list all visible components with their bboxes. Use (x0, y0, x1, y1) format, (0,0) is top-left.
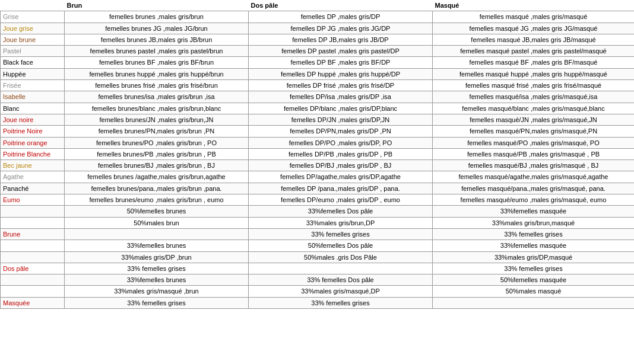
table-body: Grisefemelles brunes ,males gris/brunfem… (1, 11, 635, 309)
row-masque: femelles masqué ,males gris/masqué (433, 11, 635, 23)
table-row: Brune33% femelles grises33% femelles gri… (1, 228, 635, 240)
row-label: Masquée (1, 297, 65, 308)
row-label (1, 206, 65, 217)
row-brun: 33%males gris/masqué ,brun (65, 286, 249, 297)
row-brun: femelles brunes /agathe,males gris/brun,… (65, 171, 249, 183)
table-row: Huppéefemelles brunes huppé ,males gris … (1, 68, 635, 79)
row-dos: 33%males gris/brun,DP (249, 217, 433, 228)
table-row: Black facefemelles brunes BF ,males gris… (1, 57, 635, 68)
row-label: Joue noire (1, 114, 65, 125)
table-row: Joue brunefemelles brunes JB,males gris … (1, 34, 635, 45)
table-row: Grisefemelles brunes ,males gris/brunfem… (1, 11, 635, 23)
row-dos: 33% femelles grises (249, 297, 433, 308)
row-label: Poitrine Blanche (1, 148, 65, 159)
row-dos: femelles DP JG ,males gris JG/DP (249, 23, 433, 34)
row-brun: femelles brunes huppé ,males gris huppé/… (65, 68, 249, 79)
row-brun: femelles brunes pastel ,males gris paste… (65, 46, 249, 57)
row-brun: femelles brunes/BJ ,males gris/brun , BJ (65, 160, 249, 171)
table-row: 33%males gris/DP ,brun50%males .gris Dos… (1, 251, 635, 263)
row-dos: femelles DP JB,males gris JB/DP (249, 34, 433, 45)
row-masque: 50%femelles masquée (433, 274, 635, 286)
row-brun: femelles brunes BF ,males gris BF/brun (65, 57, 249, 68)
row-dos: 33%femelles Dos pâle (249, 206, 433, 217)
row-masque: 33%femelles masquée (433, 240, 635, 251)
row-dos: femelles DP/PB ,males gris/DP , PB (249, 148, 433, 159)
row-label (1, 286, 65, 297)
row-masque: femelles masqué pastel ,males gris paste… (433, 46, 635, 57)
row-dos: 33%males gris/masqué,DP (249, 286, 433, 297)
table-row: Pastelfemelles brunes pastel ,males gris… (1, 46, 635, 57)
row-label: Brune (1, 228, 65, 240)
table-row: Panachéfemelles brunes/pana.,males gris/… (1, 183, 635, 194)
row-brun: 33%femelles brunes (65, 240, 249, 251)
row-brun: femelles brunes/blanc ,males gris/brun,b… (65, 103, 249, 114)
row-dos: femelles DP ,males gris/DP (249, 11, 433, 23)
row-dos: 50%femelles Dos pâle (249, 240, 433, 251)
genetics-table: Brun Dos pâle Masqué Grisefemelles brune… (0, 0, 634, 309)
row-label: Poitrine orange (1, 137, 65, 148)
row-label (1, 274, 65, 286)
row-brun: femelles brunes JG ,males JG/brun (65, 23, 249, 34)
row-dos: 33% femelles grises (249, 228, 433, 240)
row-brun: femelles brunes frisé ,males gris frisé/… (65, 80, 249, 91)
row-label: Bec jaune (1, 160, 65, 171)
table-row: Eumofemelles brunes/eumo ,males gris/bru… (1, 194, 635, 206)
table-row: Isabellefemelles brunes/isa ,males gris/… (1, 91, 635, 103)
table-row: Joue noirefemelles brunes/JN ,males gris… (1, 114, 635, 125)
table-row: Friséefemelles brunes frisé ,males gris … (1, 80, 635, 91)
row-dos: femelles DP /pana.,males gris/DP , pana. (249, 183, 433, 194)
row-dos: 50%males .gris Dos Pâle (249, 251, 433, 263)
table-row: Joue grisefemelles brunes JG ,males JG/b… (1, 23, 635, 34)
row-masque: femelles masqué/JN ,males gris/masqué,JN (433, 114, 635, 125)
row-masque: femelles masqué/isa ,males gris/masqué,i… (433, 91, 635, 103)
row-brun: 33%males gris/DP ,brun (65, 251, 249, 263)
row-label (1, 217, 65, 228)
row-label: Grise (1, 11, 65, 23)
table-row: Dos pâle33% femelles grises33% femelles … (1, 263, 635, 274)
row-dos: 33% femelles Dos pâle (249, 274, 433, 286)
header-masque: Masqué (433, 0, 635, 11)
row-masque: femelles masqué/BJ ,males gris/masqué , … (433, 160, 635, 171)
row-masque: femelles masqué/PO ,males gris/masqué, P… (433, 137, 635, 148)
row-brun: femelles brunes/PB ,males gris/brun , PB (65, 148, 249, 159)
table-row: 50%males brun33%males gris/brun,DP33%mal… (1, 217, 635, 228)
row-dos (249, 263, 433, 274)
row-label: Pastel (1, 46, 65, 57)
row-label (1, 240, 65, 251)
row-dos: femelles DP/eumo ,males gris/DP , eumo (249, 194, 433, 206)
row-masque: femelles masqué/eumo ,males gris/masqué,… (433, 194, 635, 206)
row-masque: 33% femelles grises (433, 228, 635, 240)
row-masque: 33%femelles masquée (433, 206, 635, 217)
row-brun: femelles brunes JB,males gris JB/brun (65, 34, 249, 45)
row-label: Blanc (1, 103, 65, 114)
row-masque: 33%males gris/DP,masqué (433, 251, 635, 263)
row-label: Joue grise (1, 23, 65, 34)
row-dos: femelles DP/JN ,males gris/DP,JN (249, 114, 433, 125)
row-masque: femelles masqué JG ,males gris JG/masqué (433, 23, 635, 34)
row-label: Huppée (1, 68, 65, 79)
row-label: Black face (1, 57, 65, 68)
row-masque: femelles masqué/pana.,males gris/masqué,… (433, 183, 635, 194)
row-masque: femelles masqué frisé ,males gris frisé/… (433, 80, 635, 91)
row-brun: 33% femelles grises (65, 297, 249, 308)
row-brun: femelles brunes/eumo ,males gris/brun , … (65, 194, 249, 206)
row-label: Isabelle (1, 91, 65, 103)
row-label: Agathe (1, 171, 65, 183)
row-dos: femelles DP/isa ,males gris/DP ,isa (249, 91, 433, 103)
header-dos: Dos pâle (249, 0, 433, 11)
row-label: Eumo (1, 194, 65, 206)
table-row: 33%males gris/masqué ,brun33%males gris/… (1, 286, 635, 297)
row-label: Dos pâle (1, 263, 65, 274)
row-dos: femelles DP/BJ ,males gris/DP , BJ (249, 160, 433, 171)
row-label: Joue brune (1, 34, 65, 45)
row-masque: femelles masqué/agathe,males gris/masqué… (433, 171, 635, 183)
row-masque: femelles masqué/PB ,males gris/masqué , … (433, 148, 635, 159)
row-label: Panaché (1, 183, 65, 194)
row-masque (433, 297, 635, 308)
row-masque: femelles masqué/PN,males gris/masqué,PN (433, 126, 635, 137)
table-row: 33%femelles brunes33% femelles Dos pâle5… (1, 274, 635, 286)
row-masque: 33%males gris/brun,masqué (433, 217, 635, 228)
table-row: 50%femelles brunes33%femelles Dos pâle33… (1, 206, 635, 217)
row-brun: femelles brunes/pana.,males gris/brun ,p… (65, 183, 249, 194)
row-dos: femelles DP pastel ,males gris pastel/DP (249, 46, 433, 57)
